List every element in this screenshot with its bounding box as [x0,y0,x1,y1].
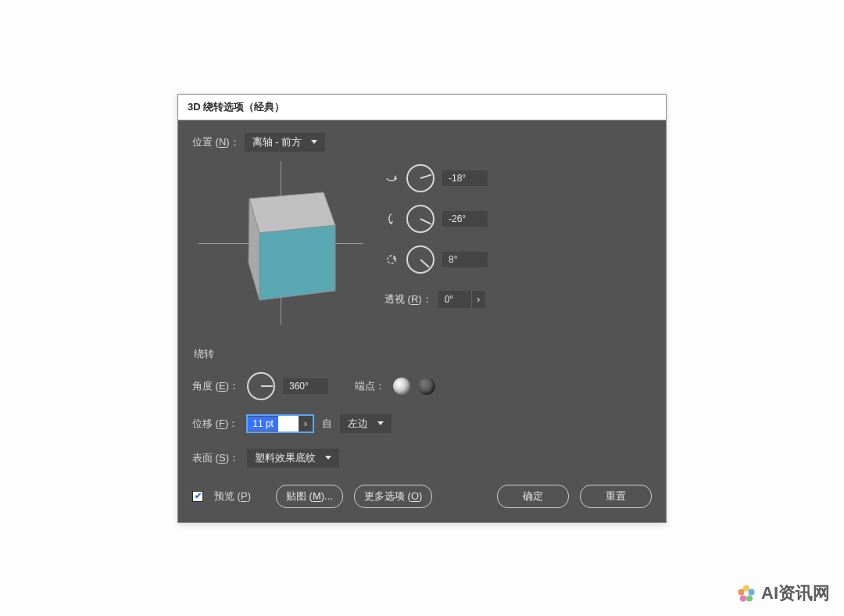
footer: ✔ 预览 (P) 贴图 (M)... 更多选项 (O) 确定 重置 [192,485,652,508]
svg-point-11 [738,589,744,595]
rotate-y-icon [384,212,399,226]
offset-row: 位移 (F)： 11 pt › 自 左边 [192,414,652,433]
preview-label[interactable]: 预览 (P) [214,489,251,503]
watermark: AI资讯网 [736,582,830,605]
chevron-down-icon [325,456,331,460]
offset-value: 11 pt [248,417,278,431]
chevron-right-icon[interactable]: › [299,416,313,432]
rotate-z-row: 8° [384,245,488,274]
rotate-z-icon [384,252,399,267]
position-row: 位置 (N)： 离轴 - 前方 [192,133,652,152]
angle-label: 角度 (E)： [192,379,239,393]
surface-label: 表面 (S)： [192,451,239,465]
surface-row: 表面 (S)： 塑料效果底纹 [192,449,652,467]
cube-icon [198,161,363,325]
dialog-title: 3D 绕转选项（经典） [178,95,666,120]
rotate-x-icon [384,171,399,185]
rotate-y-value[interactable]: -26° [442,211,488,227]
from-value: 左边 [348,417,368,431]
svg-point-12 [744,591,748,595]
ok-button[interactable]: 确定 [497,485,569,508]
rotate-x-row: -18° [384,164,488,192]
rotate-z-dial[interactable] [406,245,435,274]
chevron-down-icon [377,421,384,425]
angle-value[interactable]: 360° [283,378,328,394]
dialog-3d-revolve: 3D 绕转选项（经典） 位置 (N)： 离轴 - 前方 [177,94,667,523]
rotate-x-value[interactable]: -18° [442,170,488,186]
cap-off-toggle[interactable] [418,378,435,395]
offset-input[interactable]: 11 pt › [246,414,314,433]
rotate-x-dial[interactable] [406,164,435,192]
cap-label: 端点： [355,379,385,393]
chevron-right-icon[interactable]: › [471,291,485,308]
svg-point-8 [748,589,754,595]
rotate-y-dial[interactable] [406,205,435,233]
revolve-section: 绕转 角度 (E)： 360° 端点： 位移 (F)： 11 pt [192,347,652,433]
reset-button[interactable]: 重置 [580,485,652,508]
surface-value: 塑料效果底纹 [255,451,316,465]
cube-preview[interactable] [198,161,363,325]
rotation-controls: -18° -26° 8° [384,164,488,308]
angle-dial[interactable] [247,372,275,400]
from-dropdown[interactable]: 左边 [340,414,392,433]
perspective-row: 透视 (R)： 0° › [384,291,488,308]
surface-dropdown[interactable]: 塑料效果底纹 [247,449,339,467]
svg-point-9 [746,595,753,601]
svg-point-7 [743,585,749,591]
watermark-text: AI资讯网 [761,582,830,605]
cap-on-toggle[interactable] [393,378,410,395]
perspective-label: 透视 (R)： [384,292,432,306]
preview-checkbox[interactable]: ✔ [192,491,203,502]
position-value: 离轴 - 前方 [252,135,302,149]
position-dropdown[interactable]: 离轴 - 前方 [245,133,326,152]
revolve-title: 绕转 [194,347,652,361]
more-options-button[interactable]: 更多选项 (O) [354,485,432,508]
angle-row: 角度 (E)： 360° 端点： [192,372,652,400]
flower-icon [736,583,756,603]
from-label: 自 [322,417,332,431]
rotate-y-row: -26° [384,205,488,233]
perspective-value: 0° [438,292,471,307]
map-art-button[interactable]: 贴图 (M)... [276,485,343,508]
offset-label: 位移 (F)： [192,417,238,431]
orientation-area: -18° -26° 8° [192,161,652,325]
dialog-body: 位置 (N)： 离轴 - 前方 [178,120,666,522]
svg-point-10 [740,595,746,601]
chevron-down-icon [311,140,317,144]
perspective-spinner[interactable]: 0° › [438,291,485,308]
position-label: 位置 (N)： [192,135,240,149]
rotate-z-value[interactable]: 8° [442,252,488,267]
